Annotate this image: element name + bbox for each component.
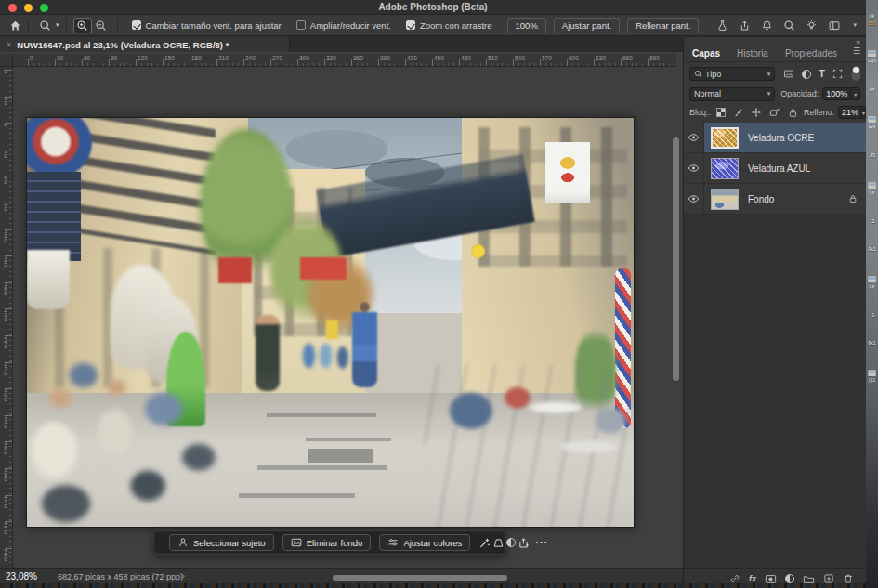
ruler-corner[interactable] (0, 54, 13, 67)
checkbox-icon (296, 20, 306, 30)
select-subject-button[interactable]: Seleccionar sujeto (169, 534, 274, 551)
options-bar-right: ▾ (716, 15, 857, 35)
person-icon (177, 537, 189, 548)
select-subject-label: Seleccionar sujeto (193, 538, 266, 548)
layer-thumbnail[interactable] (711, 127, 739, 149)
filter-on-off-toggle[interactable] (852, 66, 860, 81)
visibility-eye-icon[interactable] (684, 123, 704, 152)
blend-mode-row: Normal ▾ Opacidad: 100% ▾ (689, 86, 860, 101)
filter-type-select[interactable]: Tipo ▾ (689, 67, 775, 81)
tab-propiedades[interactable]: Propiedades (783, 46, 839, 60)
fill-screen-button[interactable]: Rellenar pant. (627, 18, 699, 33)
app-title: Adobe Photoshop (Beta) (0, 2, 866, 12)
adjustment-icon[interactable] (506, 534, 516, 551)
v-ruler[interactable]: 03 003 06 09 01 2 01 5 01 8 02 1 02 4 02… (0, 67, 13, 568)
lock-label: Bloq.: (689, 108, 711, 117)
separator (66, 19, 67, 32)
zoom-tool-chevron-icon[interactable]: ▾ (56, 21, 59, 29)
adjust-colors-button[interactable]: Ajustar colores (379, 534, 470, 551)
lock-all-icon[interactable] (788, 108, 798, 118)
layer-lock-icon (848, 194, 858, 203)
pasteboard[interactable] (13, 67, 676, 568)
layer-row-main: Veladura AZUL (704, 153, 866, 183)
title-bar: Adobe Photoshop (Beta) (0, 0, 866, 15)
more-options-icon[interactable]: ··· (535, 537, 548, 548)
workspace-panels-icon[interactable] (828, 20, 841, 32)
document-tab[interactable]: × NUW16647.psd al 23,1% (Veladura OCRE, … (0, 37, 290, 52)
sliders-icon (387, 537, 399, 548)
panel-tabs: Capas Historia Propiedades (684, 46, 866, 62)
zoom-all-windows-checkbox[interactable]: Ampliar/reducir vent. (296, 20, 391, 31)
half-circle-icon (506, 538, 516, 547)
harmonize-sparkle-icon[interactable] (478, 534, 491, 551)
filter-type-layers-icon[interactable]: T (819, 69, 825, 79)
blend-mode-value: Normal (694, 89, 721, 98)
zoom-out-button[interactable] (92, 18, 111, 33)
layer-name: Fondo (748, 194, 774, 204)
lock-position-icon[interactable] (751, 107, 762, 118)
transform-icon[interactable] (492, 534, 505, 551)
checkbox-icon (132, 20, 141, 30)
filter-icons: T (783, 69, 860, 79)
visibility-eye-icon[interactable] (684, 153, 704, 183)
lock-image-brush-icon[interactable] (733, 108, 743, 118)
layer-row-veladura-ocre[interactable]: Veladura OCRE (684, 123, 866, 153)
share-icon[interactable] (739, 20, 751, 32)
fit-screen-button[interactable]: Ajustar pant. (554, 18, 620, 33)
panel-menu-icon[interactable]: ☰ (853, 46, 860, 56)
resize-window-checkbox[interactable]: Cambiar tamaño vent. para ajustar (132, 20, 282, 31)
layer-row-main: Fondo (704, 184, 866, 214)
zoom-level-field[interactable]: 23,08% (6, 571, 37, 581)
lock-artboard-icon[interactable] (769, 108, 780, 118)
filter-shape-layers-icon[interactable] (832, 69, 843, 79)
zoom-in-button[interactable] (73, 18, 92, 33)
layer-name: Veladura AZUL (748, 163, 810, 174)
desktop-fragments: ck133Diplanave.35tur..20x1tur..16x1(52 (866, 13, 878, 385)
tab-capas[interactable]: Capas (690, 46, 722, 60)
layers-panel: » Capas Historia Propiedades ☰ Tipo ▾ T (683, 37, 866, 588)
blend-mode-select[interactable]: Normal ▾ (689, 87, 775, 101)
zoom-tool-icon[interactable] (35, 18, 54, 33)
opacity-chevron-icon[interactable]: ▾ (851, 87, 860, 100)
remove-background-button[interactable]: Eliminar fondo (282, 534, 372, 551)
home-icon[interactable] (9, 20, 21, 32)
scrubby-zoom-checkbox[interactable]: Zoom con arrastre (406, 20, 492, 31)
status-bar: 23,08% 682,67 picas x 458 picas (72 ppp)… (0, 568, 683, 583)
export-icon[interactable] (518, 534, 530, 551)
h-ruler[interactable]: 0306090120150180210240270300330360390420… (13, 54, 676, 67)
opacity-field[interactable]: 100% (822, 87, 851, 100)
horizontal-scrollbar[interactable] (333, 575, 507, 581)
layer-name: Veladura OCRE (748, 133, 814, 143)
tab-historia[interactable]: Historia (735, 46, 770, 60)
status-chevron-icon[interactable]: › (182, 571, 185, 581)
layer-thumbnail[interactable] (711, 189, 739, 210)
contextual-taskbar: Seleccionar sujeto Eliminar fondo Ajusta… (153, 530, 506, 555)
discover-lightbulb-icon[interactable] (806, 20, 818, 32)
filter-pixel-layers-icon[interactable] (783, 69, 794, 79)
zoom-100-button[interactable]: 100% (507, 18, 546, 33)
layer-row-veladura-azul[interactable]: Veladura AZUL (684, 153, 866, 184)
layer-effects-icon[interactable]: fx (749, 574, 756, 583)
visibility-eye-icon[interactable] (684, 184, 704, 214)
new-group-folder-icon[interactable] (803, 574, 815, 584)
fill-field[interactable]: 21% (838, 106, 862, 119)
beta-flask-icon[interactable] (716, 20, 728, 32)
layer-row-fondo[interactable]: Fondo (684, 184, 866, 215)
layer-thumbnail[interactable] (711, 158, 739, 179)
background-window-sliver (0, 583, 866, 588)
desktop-edge-strip: ck133Diplanave.35tur..20x1tur..16x1(52 (866, 0, 878, 588)
vertical-scrollbar[interactable] (673, 137, 679, 381)
new-adjustment-layer-icon[interactable] (785, 574, 794, 583)
canvas-image[interactable] (26, 117, 635, 528)
lock-transparency-icon[interactable] (716, 108, 726, 117)
filter-adjustment-layers-icon[interactable] (802, 70, 811, 79)
add-layer-mask-icon[interactable] (765, 574, 777, 584)
notifications-bell-icon[interactable] (761, 20, 773, 32)
close-tab-icon[interactable]: × (7, 40, 11, 49)
search-icon[interactable] (783, 20, 795, 32)
workspace-chevron-icon[interactable]: ▾ (853, 21, 857, 29)
options-bar: ▾ Cambiar tamaño vent. para ajustar Ampl… (0, 15, 866, 36)
separator (28, 19, 29, 32)
canvas-region: 0306090120150180210240270300330360390420… (0, 52, 683, 568)
checkbox-label: Ampliar/reducir vent. (310, 20, 391, 31)
